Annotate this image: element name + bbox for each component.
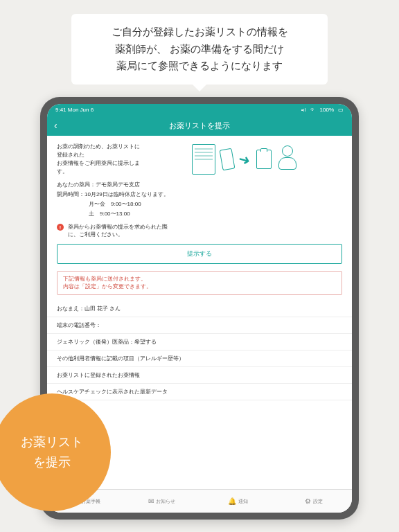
hours-detail: 土 9:00〜13:00 [47,209,352,219]
mail-icon: ✉ [148,497,154,505]
illustration: ➜ [147,143,342,176]
red-note: 下記情報も薬局に送付されます。 内容は「設定」から変更できます。 [57,271,342,295]
tab-notify[interactable]: 🔔 通知 [200,490,276,513]
red-note-line: 内容は「設定」から変更できます。 [63,283,336,290]
badge-line: お薬リスト [21,432,83,452]
list-item: お薬リストに登録されたお薬情報 [47,367,352,384]
hours-detail: 月〜金 9:00〜18:00 [47,200,352,209]
status-bar: 9:41 Mon Jun 6 •ıl ᯤ 100% ▭ [47,104,352,115]
hours-note: 10月29日は臨時休店となります。 [85,191,169,197]
arrow-icon: ➜ [237,150,253,169]
pharmacy-name: デモ薬局デモ支店 [96,181,140,188]
tab-label: お知らせ [156,498,175,505]
intro-line: お薬の調剤のため、お薬リストに登録された [57,143,140,159]
list-item: ヘルスケアチェックに表示された最新データ [47,384,352,400]
alert-text: 薬局からお薬情報の提示を求められた際 に、ご利用ください。 [68,223,168,238]
pharmacy-row: あなたの薬局：デモ薬局デモ支店 [47,180,352,190]
battery-text: 100% [320,107,334,113]
hours-label: 開局時間： [57,191,85,197]
list-item: 端末の電話番号： [47,317,352,334]
list-item: おなまえ：山田 花子 さん [47,301,352,317]
clipboard-icon [256,150,272,169]
status-time: 9:41 Mon Jun 6 [55,107,94,113]
gear-icon: ⚙ [305,497,311,505]
alert-row: ! 薬局からお薬情報の提示を求められた際 に、ご利用ください。 [47,219,352,241]
bell-icon: 🔔 [228,497,236,505]
alert-icon: ! [57,224,64,231]
tab-news[interactable]: ✉ お知らせ [123,490,200,513]
hours-row: 開局時間：10月29日は臨時休店となります。 [47,190,352,200]
tab-label: 設定 [313,498,323,505]
pharmacist-icon [277,145,298,173]
intro-line: お薬情報をご利用薬局に提示します。 [57,159,140,176]
intro-block: お薬の調剤のため、お薬リストに登録された お薬情報をご利用薬局に提示します。 ➜ [47,136,352,180]
signal-icon: •ıl [301,107,306,113]
pharmacy-label: あなたの薬局： [57,181,96,188]
phone-icon [219,148,235,171]
promo-bubble: ご自分が登録したお薬リストの情報を 薬剤師が、 お薬の準備をする間だけ 薬局にて… [71,14,328,85]
submit-button[interactable]: 提示する [57,244,342,264]
back-button[interactable]: ‹ [54,120,57,131]
battery-icon: ▭ [338,107,344,113]
wifi-icon: ᯤ [310,107,316,113]
badge-line: を提示 [21,452,83,472]
tab-label: 通知 [238,498,248,505]
promo-line: 薬局にて参照できるようになります [88,57,311,75]
nav-bar: ‹ お薬リストを提示 [47,115,352,136]
list-item: ジェネリック（後発）医薬品：希望する [47,334,352,351]
alert-line: に、ご利用ください。 [68,231,168,238]
promo-line: 薬剤師が、 お薬の準備をする間だけ [88,41,311,58]
list-item: その他利用者情報に記載の項目（アレルギー歴等） [47,351,352,367]
tab-settings[interactable]: ⚙ 設定 [276,490,352,513]
promo-line: ご自分が登録したお薬リストの情報を [88,24,311,41]
red-note-line: 下記情報も薬局に送付されます。 [63,275,336,283]
alert-line: 薬局からお薬情報の提示を求められた際 [68,223,168,231]
nav-title: お薬リストを提示 [169,121,230,131]
data-list: おなまえ：山田 花子 さん 端末の電話番号： ジェネリック（後発）医薬品：希望す… [47,301,352,400]
status-right: •ıl ᯤ 100% ▭ [301,107,344,113]
document-icon [192,144,215,175]
intro-text: お薬の調剤のため、お薬リストに登録された お薬情報をご利用薬局に提示します。 [57,143,140,176]
